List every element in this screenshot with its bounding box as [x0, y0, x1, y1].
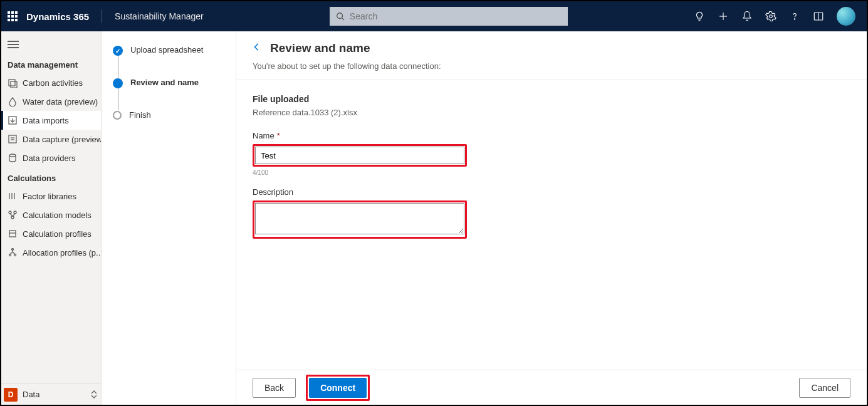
svg-rect-9: [11, 81, 17, 88]
main-header: Review and name You're about to set up t…: [236, 31, 867, 80]
main-panel: Review and name You're about to set up t…: [236, 31, 867, 405]
highlight-name-input: [253, 144, 467, 167]
gear-icon[interactable]: [765, 11, 776, 22]
svg-line-21: [10, 214, 13, 216]
step-review[interactable]: Review and name: [113, 78, 224, 110]
svg-rect-23: [9, 231, 16, 237]
side-nav: Data management Carbon activities Water …: [1, 31, 102, 405]
svg-rect-11: [9, 135, 16, 143]
nav-label: Water data (preview): [23, 97, 98, 107]
nav-label: Carbon activities: [23, 78, 83, 88]
step-label: Review and name: [130, 78, 199, 87]
water-icon: [8, 96, 18, 107]
lightbulb-icon[interactable]: [694, 11, 705, 22]
providers-icon: [8, 153, 18, 163]
nav-section-calculations: Calculations: [1, 167, 101, 187]
footer-bar: Back Connect Cancel: [236, 370, 867, 405]
hamburger-icon[interactable]: [1, 35, 101, 54]
step-upload[interactable]: Upload spreadsheet: [113, 45, 224, 78]
search-input[interactable]: [350, 11, 562, 21]
nav-section-data-mgmt: Data management: [1, 54, 101, 73]
svg-point-18: [9, 211, 11, 214]
avatar[interactable]: [837, 7, 855, 26]
step-column: Upload spreadsheet Review and name Finis…: [102, 31, 236, 405]
carbon-icon: [8, 78, 18, 88]
nav-carbon-activities[interactable]: Carbon activities: [1, 73, 101, 92]
highlight-connect-button: Connect: [306, 375, 370, 401]
profiles-icon: [8, 229, 18, 239]
highlight-description-input: [253, 200, 467, 239]
chevron-updown-icon[interactable]: [90, 390, 98, 398]
step-dot-completed-icon: [113, 46, 123, 56]
page-subtitle: You're about to set up the following dat…: [253, 61, 850, 71]
required-star: *: [277, 131, 280, 140]
nav-label: Data imports: [23, 116, 69, 125]
name-input[interactable]: [255, 147, 464, 164]
nav-allocation-profiles[interactable]: Allocation profiles (p...: [1, 243, 101, 262]
nav-data-providers[interactable]: Data providers: [1, 148, 101, 167]
description-input[interactable]: [255, 203, 464, 234]
back-button[interactable]: Back: [253, 378, 296, 398]
top-bar: Dynamics 365 Sustainability Manager: [1, 1, 867, 31]
nav-calc-profiles[interactable]: Calculation profiles: [1, 224, 101, 243]
nav-label: Calculation profiles: [23, 229, 92, 239]
svg-line-22: [13, 214, 15, 216]
footer-label: Data: [18, 390, 90, 399]
footer-badge: D: [4, 388, 18, 402]
step-dot-pending-icon: [113, 111, 122, 120]
app-launcher-icon[interactable]: [6, 10, 19, 23]
capture-icon: [8, 134, 18, 144]
nav-label: Factor libraries: [23, 192, 76, 201]
name-label: Name *: [253, 131, 850, 140]
svg-point-19: [14, 211, 16, 214]
panel-icon[interactable]: [813, 11, 824, 22]
file-uploaded-title: File uploaded: [253, 94, 850, 104]
svg-point-4: [770, 15, 773, 18]
nav-label: Calculation models: [23, 211, 92, 220]
nav-label: Data providers: [23, 154, 76, 163]
models-icon: [8, 210, 18, 220]
search-box[interactable]: [330, 7, 568, 26]
allocation-icon: [8, 247, 18, 258]
uploaded-file-name: Reference data.1033 (2).xlsx: [253, 108, 850, 117]
svg-line-1: [342, 18, 344, 21]
svg-point-0: [337, 13, 343, 19]
plus-icon[interactable]: [718, 11, 729, 22]
brand-label: Dynamics 365: [26, 11, 89, 22]
cancel-button[interactable]: Cancel: [799, 378, 850, 398]
nav-label: Data capture (preview): [23, 135, 101, 144]
step-label: Upload spreadsheet: [130, 45, 203, 55]
form-area: File uploaded Reference data.1033 (2).xl…: [236, 80, 867, 370]
nav-label: Allocation profiles (p...: [23, 248, 101, 258]
library-icon: [8, 191, 18, 201]
sidenav-footer[interactable]: D Data: [1, 383, 101, 405]
connect-button[interactable]: Connect: [309, 378, 367, 398]
nav-factor-libraries[interactable]: Factor libraries: [1, 187, 101, 206]
app-name-label: Sustainability Manager: [115, 11, 204, 21]
nav-data-capture[interactable]: Data capture (preview): [1, 130, 101, 148]
svg-point-26: [9, 254, 11, 256]
nav-calc-models[interactable]: Calculation models: [1, 206, 101, 224]
step-dot-current-icon: [113, 78, 123, 88]
step-finish[interactable]: Finish: [113, 110, 224, 143]
imports-icon: [8, 115, 18, 125]
nav-data-imports[interactable]: Data imports: [1, 111, 101, 130]
name-counter: 4/100: [253, 169, 850, 176]
svg-point-5: [794, 19, 795, 19]
svg-point-14: [9, 154, 16, 157]
svg-point-20: [11, 216, 14, 219]
divider: [102, 9, 102, 23]
search-icon: [336, 12, 345, 21]
svg-rect-8: [9, 80, 15, 86]
page-title: Review and name: [270, 41, 370, 55]
step-label: Finish: [129, 110, 151, 120]
back-chevron-icon[interactable]: [253, 43, 261, 54]
bell-icon[interactable]: [741, 11, 753, 22]
svg-point-27: [14, 254, 16, 256]
nav-water-data[interactable]: Water data (preview): [1, 92, 101, 111]
help-icon[interactable]: [789, 11, 800, 22]
description-label: Description: [253, 187, 850, 197]
